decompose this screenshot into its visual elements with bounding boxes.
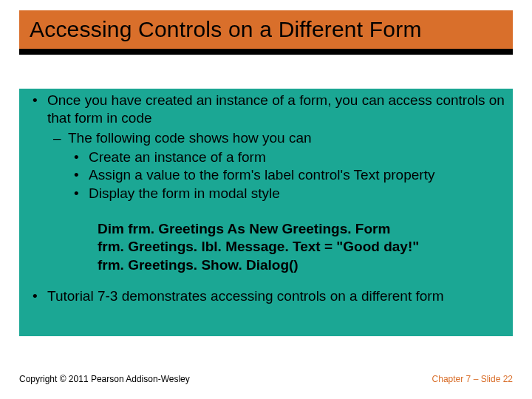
- footer-copyright: Copyright © 2011 Pearson Addison-Wesley: [19, 374, 190, 384]
- code-line-1: Dim frm. Greetings As New Greetings. For…: [98, 220, 507, 238]
- bullet-1: Once you have created an instance of a f…: [27, 92, 507, 202]
- code-line-2: frm. Greetings. lbl. Message. Text = "Go…: [98, 238, 507, 256]
- bullet-1-1-3-text: Display the form in modal style: [89, 185, 280, 201]
- slide: Accessing Controls on a Different Form O…: [0, 0, 532, 399]
- bullet-1-1-1-text: Create an instance of a form: [89, 149, 266, 165]
- bullet-1-1: The following code shows how you can Cre…: [47, 129, 507, 202]
- title-bar: Accessing Controls on a Different Form: [19, 10, 513, 49]
- bullet-1-text: Once you have created an instance of a f…: [47, 92, 505, 126]
- body-content: Once you have created an instance of a f…: [27, 92, 507, 307]
- slide-title: Accessing Controls on a Different Form: [30, 17, 422, 42]
- footer-page: Chapter 7 – Slide 22: [432, 374, 513, 384]
- bullet-1-1-3: Display the form in modal style: [68, 185, 507, 202]
- title-shadow: Accessing Controls on a Different Form: [19, 10, 513, 55]
- bullet-1-1-2: Assign a value to the form's label contr…: [68, 166, 507, 184]
- bullet-2-text: Tutorial 7-3 demonstrates accessing cont…: [47, 288, 443, 304]
- bullet-1-1-2-text: Assign a value to the form's label contr…: [89, 167, 434, 183]
- bullet-1-1-1: Create an instance of a form: [68, 149, 507, 166]
- bullet-1-1-text: The following code shows how you can: [68, 130, 312, 146]
- bullet-2: Tutorial 7-3 demonstrates accessing cont…: [27, 287, 507, 305]
- code-line-3: frm. Greetings. Show. Dialog(): [98, 256, 507, 274]
- code-block: Dim frm. Greetings As New Greetings. For…: [98, 220, 507, 274]
